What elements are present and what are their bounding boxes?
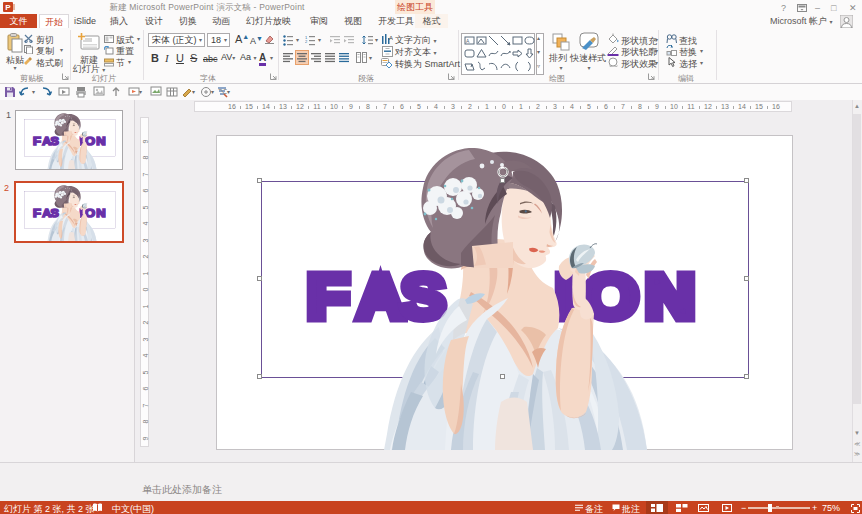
svg-text:A: A: [466, 38, 470, 44]
svg-text:A: A: [389, 35, 393, 41]
svg-text:2: 2: [305, 39, 308, 44]
